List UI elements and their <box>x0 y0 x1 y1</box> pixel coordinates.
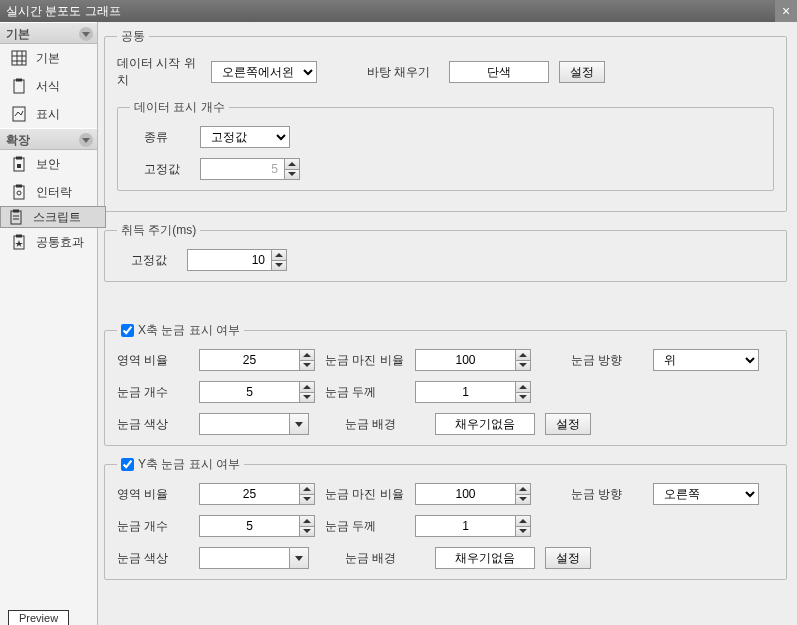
clipboard-lock-icon <box>10 155 28 173</box>
chevron-down-icon[interactable] <box>79 27 93 41</box>
sidebar-group-basic[interactable]: 기본 <box>0 22 97 44</box>
spin-up-icon[interactable] <box>515 381 531 392</box>
sidebar-item-security[interactable]: 보안 <box>0 150 97 178</box>
sidebar-item-basic[interactable]: 기본 <box>0 44 97 72</box>
chevron-down-icon[interactable] <box>289 413 309 435</box>
spin-down-icon[interactable] <box>515 526 531 538</box>
y-area-ratio-input[interactable] <box>199 483 299 505</box>
y-area-ratio-label: 영역 비율 <box>117 486 189 503</box>
spin-down-icon[interactable] <box>299 494 315 506</box>
y-count-input[interactable] <box>199 515 299 537</box>
x-thick-label: 눈금 두께 <box>325 384 405 401</box>
y-color-label: 눈금 색상 <box>117 550 189 567</box>
y-bg-value[interactable] <box>435 547 535 569</box>
x-margin-ratio-input[interactable] <box>415 349 515 371</box>
svg-rect-0 <box>12 51 26 65</box>
x-bg-setting-button[interactable]: 설정 <box>545 413 591 435</box>
spin-up-icon[interactable] <box>299 483 315 494</box>
sidebar-item-label: 표시 <box>36 106 60 123</box>
svg-point-13 <box>17 191 21 195</box>
x-area-ratio-input[interactable] <box>199 349 299 371</box>
sidebar-item-label: 기본 <box>36 50 60 67</box>
spin-down-icon[interactable] <box>515 494 531 506</box>
spin-up-icon[interactable] <box>299 515 315 526</box>
spin-down-icon[interactable] <box>515 360 531 372</box>
main-panel: 공통 데이터 시작 위치 오른쪽에서왼쪽 바탕 채우기 설정 데이터 표시 개수… <box>98 22 797 625</box>
x-count-input[interactable] <box>199 381 299 403</box>
fixed-value-input[interactable] <box>200 158 284 180</box>
type-label: 종류 <box>130 129 190 146</box>
clipboard-link-icon <box>10 183 28 201</box>
xaxis-checkbox[interactable] <box>121 324 134 337</box>
x-color-picker[interactable] <box>199 413 309 435</box>
sidebar-item-display[interactable]: 표시 <box>0 100 97 128</box>
grid-icon <box>10 49 28 67</box>
type-select[interactable]: 고정값 <box>200 126 290 148</box>
clipboard-script-icon <box>7 208 25 226</box>
x-bg-value[interactable] <box>435 413 535 435</box>
spin-down-icon[interactable] <box>299 392 315 404</box>
x-dir-label: 눈금 방향 <box>571 352 643 369</box>
sidebar-item-effect[interactable]: 공통효과 <box>0 228 97 256</box>
spin-down-icon[interactable] <box>271 260 287 272</box>
spin-up-icon[interactable] <box>515 483 531 494</box>
y-bg-label: 눈금 배경 <box>345 550 425 567</box>
yaxis-legend: Y축 눈금 표시 여부 <box>138 456 240 473</box>
window-titlebar: 실시간 분포도 그래프 × <box>0 0 797 22</box>
acq-fixed-input[interactable] <box>187 249 271 271</box>
sidebar: 기본 기본 서식 표시 확장 보안 인터락 스크립트 <box>0 22 98 625</box>
x-color-label: 눈금 색상 <box>117 416 189 433</box>
spin-up-icon[interactable] <box>299 349 315 360</box>
sidebar-item-script[interactable]: 스크립트 <box>0 206 106 228</box>
svg-rect-6 <box>16 79 22 82</box>
y-thick-input[interactable] <box>415 515 515 537</box>
x-thick-input[interactable] <box>415 381 515 403</box>
x-count-label: 눈금 개수 <box>117 384 189 401</box>
sidebar-item-interlock[interactable]: 인터락 <box>0 178 97 206</box>
fixed-label: 고정값 <box>130 161 190 178</box>
svg-rect-10 <box>17 164 21 168</box>
start-pos-label: 데이터 시작 위치 <box>117 55 201 89</box>
x-dir-select[interactable]: 위 <box>653 349 759 371</box>
color-swatch <box>199 413 289 435</box>
y-dir-select[interactable]: 오른쪽 <box>653 483 759 505</box>
yaxis-group: Y축 눈금 표시 여부 영역 비율 눈금 마진 비율 눈금 방향 오른쪽 눈금 … <box>104 456 787 580</box>
start-pos-select[interactable]: 오른쪽에서왼쪽 <box>211 61 317 83</box>
spin-down-icon[interactable] <box>284 169 300 181</box>
spin-up-icon[interactable] <box>271 249 287 260</box>
yaxis-checkbox[interactable] <box>121 458 134 471</box>
svg-rect-12 <box>16 185 22 188</box>
y-count-label: 눈금 개수 <box>117 518 189 535</box>
spin-down-icon[interactable] <box>299 360 315 372</box>
svg-rect-14 <box>11 211 21 224</box>
common-group: 공통 데이터 시작 위치 오른쪽에서왼쪽 바탕 채우기 설정 데이터 표시 개수… <box>104 28 787 212</box>
spin-down-icon[interactable] <box>299 526 315 538</box>
spin-up-icon[interactable] <box>299 381 315 392</box>
sidebar-item-label: 공통효과 <box>36 234 84 251</box>
bg-fill-value[interactable] <box>449 61 549 83</box>
bg-setting-button[interactable]: 설정 <box>559 61 605 83</box>
svg-rect-7 <box>13 107 25 121</box>
close-icon[interactable]: × <box>775 0 797 22</box>
chevron-down-icon[interactable] <box>79 133 93 147</box>
sidebar-item-label: 스크립트 <box>33 209 81 226</box>
y-margin-ratio-input[interactable] <box>415 483 515 505</box>
y-dir-label: 눈금 방향 <box>571 486 643 503</box>
sidebar-group-label: 확장 <box>6 133 30 147</box>
preview-tab[interactable]: Preview <box>8 610 69 625</box>
clipboard-icon <box>10 77 28 95</box>
sidebar-item-format[interactable]: 서식 <box>0 72 97 100</box>
y-color-picker[interactable] <box>199 547 309 569</box>
spin-up-icon[interactable] <box>284 158 300 169</box>
xaxis-legend: X축 눈금 표시 여부 <box>138 322 240 339</box>
sidebar-item-label: 보안 <box>36 156 60 173</box>
spin-down-icon[interactable] <box>515 392 531 404</box>
spin-up-icon[interactable] <box>515 515 531 526</box>
sidebar-group-extended[interactable]: 확장 <box>0 128 97 150</box>
svg-rect-5 <box>14 80 24 93</box>
svg-rect-11 <box>14 186 24 199</box>
y-thick-label: 눈금 두께 <box>325 518 405 535</box>
spin-up-icon[interactable] <box>515 349 531 360</box>
chevron-down-icon[interactable] <box>289 547 309 569</box>
y-bg-setting-button[interactable]: 설정 <box>545 547 591 569</box>
